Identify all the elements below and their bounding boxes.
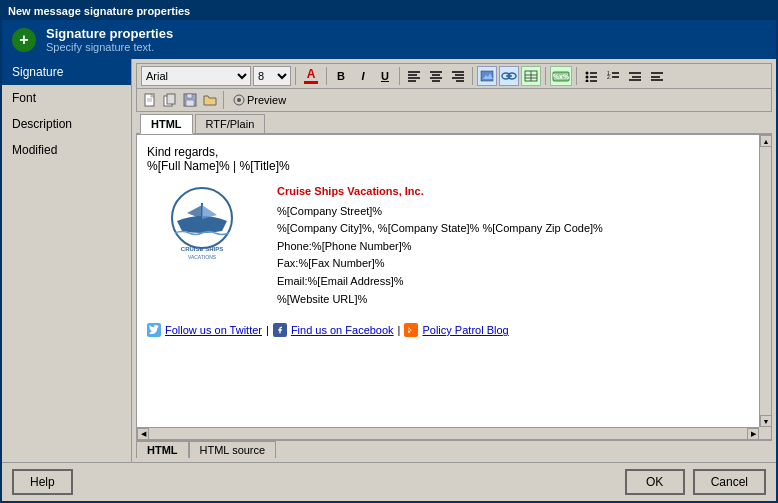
scroll-corner: [759, 427, 771, 439]
logo-svg: CRUISE SHIPS VACATIONS: [147, 183, 257, 263]
bottom-tab-html-source[interactable]: HTML source: [189, 441, 277, 458]
underline-button[interactable]: U: [375, 66, 395, 86]
preview-label: Preview: [247, 94, 286, 106]
editor-content: Kind regards, %[Full Name]% | %[Title]%: [147, 145, 749, 337]
social-row: Follow us on Twitter | Find us on Facebo…: [147, 323, 749, 337]
vertical-scrollbar[interactable]: ▲ ▼: [759, 135, 771, 427]
cancel-button[interactable]: Cancel: [693, 469, 766, 495]
ordered-list-button[interactable]: 1.2.: [603, 66, 623, 86]
company-email: Email:%[Email Address]%: [277, 273, 603, 291]
main-toolbar: Arial Times New Roman Courier New Verdan…: [136, 63, 772, 89]
blog-icon: [404, 323, 418, 337]
svg-point-25: [586, 76, 589, 79]
sidebar-item-signature[interactable]: Signature: [2, 59, 131, 85]
help-button[interactable]: Help: [12, 469, 73, 495]
italic-button[interactable]: I: [353, 66, 373, 86]
company-fax: Fax:%[Fax Number]%: [277, 255, 603, 273]
blog-link[interactable]: Policy Patrol Blog: [422, 324, 508, 336]
ok-button[interactable]: OK: [625, 469, 685, 495]
tab-html[interactable]: HTML: [140, 114, 193, 134]
company-street: %[Company Street]%: [277, 203, 603, 221]
new-button[interactable]: [141, 91, 159, 109]
bottom-tabs: HTML HTML source: [136, 440, 772, 458]
unordered-list-button[interactable]: [581, 66, 601, 86]
svg-text:VACATIONS: VACATIONS: [188, 254, 217, 260]
company-logo: CRUISE SHIPS VACATIONS: [147, 183, 257, 263]
insert-table-button[interactable]: [521, 66, 541, 86]
toolbar-sep-1: [295, 67, 296, 85]
scroll-down-arrow[interactable]: ▼: [760, 415, 772, 427]
company-city: %[Company City]%, %[Company State]% %[Co…: [277, 220, 603, 238]
svg-rect-46: [186, 100, 194, 106]
toolbar-sep-2: [326, 67, 327, 85]
editor-scroll[interactable]: Kind regards, %[Full Name]% | %[Title]%: [137, 135, 759, 427]
footer: Help OK Cancel: [2, 462, 776, 501]
signature-logo-row: CRUISE SHIPS VACATIONS Cruise Ships Vaca…: [147, 183, 749, 308]
sidebar-item-font[interactable]: Font: [2, 85, 131, 111]
insert-link-button[interactable]: [499, 66, 519, 86]
main-content: Signature Font Description Modified Aria…: [2, 59, 776, 462]
svg-rect-44: [167, 94, 175, 104]
twitter-link[interactable]: Follow us on Twitter: [165, 324, 262, 336]
open-button[interactable]: [201, 91, 219, 109]
company-name: Cruise Ships Vacations, Inc.: [277, 183, 603, 201]
tab-rtf-plain[interactable]: RTF/Plain: [195, 114, 266, 133]
company-phone: Phone:%[Phone Number]%: [277, 238, 603, 256]
header-icon: +: [12, 28, 36, 52]
outdent-button[interactable]: [647, 66, 667, 86]
content-area: Arial Times New Roman Courier New Verdan…: [132, 59, 776, 462]
indent-button[interactable]: [625, 66, 645, 86]
align-center-button[interactable]: [426, 66, 446, 86]
preview-icon: [233, 94, 245, 106]
social-sep-2: |: [398, 324, 401, 336]
editor-container: Kind regards, %[Full Name]% | %[Title]%: [136, 134, 772, 440]
svg-text:CRUISE SHIPS: CRUISE SHIPS: [181, 246, 223, 252]
svg-text:%x%: %x%: [553, 73, 570, 80]
company-website: %[Website URL]%: [277, 291, 603, 309]
scroll-up-arrow[interactable]: ▲: [760, 135, 772, 147]
scroll-track-v: [760, 147, 771, 415]
secondary-sep: [223, 91, 224, 109]
header-subtitle: Specify signature text.: [46, 41, 173, 53]
secondary-toolbar: Preview: [136, 89, 772, 112]
sidebar-item-description[interactable]: Description: [2, 111, 131, 137]
insert-image-button[interactable]: [477, 66, 497, 86]
company-info: Cruise Ships Vacations, Inc. %[Company S…: [277, 183, 603, 308]
preview-button[interactable]: Preview: [228, 92, 291, 108]
align-right-button[interactable]: [448, 66, 468, 86]
social-sep-1: |: [266, 324, 269, 336]
svg-text:2.: 2.: [607, 74, 611, 80]
size-select[interactable]: 8 9 10 11 12: [253, 66, 291, 86]
signature-greeting: Kind regards, %[Full Name]% | %[Title]%: [147, 145, 749, 173]
scroll-right-arrow[interactable]: ▶: [747, 428, 759, 440]
copy-button[interactable]: [161, 91, 179, 109]
facebook-link[interactable]: Find us on Facebook: [291, 324, 394, 336]
main-tabs: HTML RTF/Plain: [136, 112, 772, 134]
tabs-area: HTML RTF/Plain: [136, 112, 772, 134]
facebook-icon: [273, 323, 287, 337]
footer-right: OK Cancel: [625, 469, 766, 495]
toolbar-sep-5: [545, 67, 546, 85]
bold-button[interactable]: B: [331, 66, 351, 86]
horizontal-scrollbar[interactable]: ◀ ▶: [137, 427, 759, 439]
header-bar: + Signature properties Specify signature…: [2, 20, 776, 59]
svg-rect-47: [187, 94, 192, 98]
toolbar-sep-4: [472, 67, 473, 85]
font-select[interactable]: Arial Times New Roman Courier New Verdan…: [141, 66, 251, 86]
window-title: New message signature properties: [8, 5, 190, 17]
scroll-left-arrow[interactable]: ◀: [137, 428, 149, 440]
align-left-button[interactable]: [404, 66, 424, 86]
bottom-tab-html[interactable]: HTML: [136, 441, 189, 458]
title-bar: New message signature properties: [2, 2, 776, 20]
header-title: Signature properties: [46, 26, 173, 41]
header-text: Signature properties Specify signature t…: [46, 26, 173, 53]
toolbar-sep-6: [576, 67, 577, 85]
toolbar-sep-3: [399, 67, 400, 85]
sidebar-item-modified[interactable]: Modified: [2, 137, 131, 163]
main-window: New message signature properties + Signa…: [0, 0, 778, 503]
svg-point-27: [586, 80, 589, 83]
save-button[interactable]: [181, 91, 199, 109]
font-color-button[interactable]: A: [300, 66, 322, 86]
insert-var-button[interactable]: %x%: [550, 66, 572, 86]
svg-point-49: [237, 98, 241, 102]
